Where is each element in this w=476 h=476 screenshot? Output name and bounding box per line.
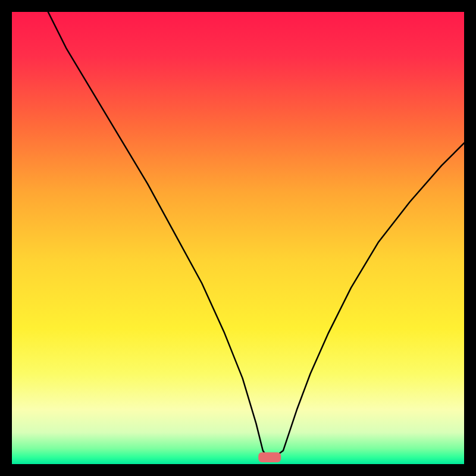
- minimum-marker: [258, 452, 281, 462]
- gradient-background: [12, 12, 464, 464]
- chart-frame: TheBottleneck.com: [12, 12, 464, 464]
- chart-canvas: [12, 12, 464, 464]
